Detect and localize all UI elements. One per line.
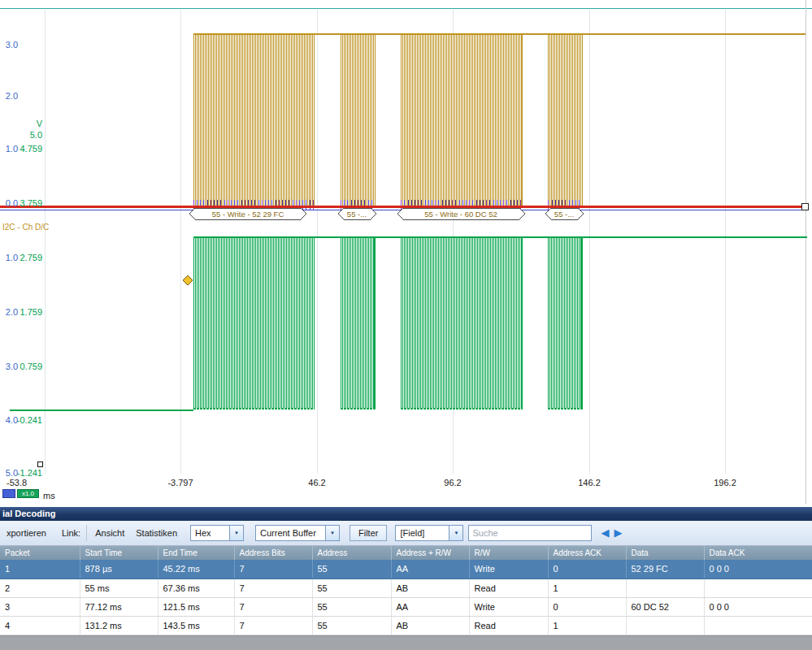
column-header[interactable]: Address + R/W [391, 546, 469, 560]
buffer-select-value: Current Buffer [256, 528, 325, 538]
table-cell: Read [469, 578, 548, 597]
x-axis-label: 96.2 [444, 478, 461, 488]
waveform-display[interactable]: 55 - Write - 52 29 FC 55 -... 55 - Write… [0, 0, 812, 507]
view-button[interactable]: Ansicht [90, 526, 129, 540]
y-axis-label-green: 2.759 [0, 253, 42, 262]
table-cell: AB [391, 616, 469, 635]
column-header[interactable]: End Time [158, 546, 234, 560]
table-cell: AB [391, 578, 469, 597]
table-cell: 77.12 ms [80, 597, 158, 616]
chevron-down-icon[interactable]: ▼ [229, 526, 243, 540]
gold-trace-burst [549, 34, 582, 206]
decoding-toolbar: xportieren Link: Ansicht Statistiken Hex… [0, 521, 812, 546]
table-cell: 7 [234, 616, 312, 635]
y-axis-label-green: -0.241 [0, 415, 42, 425]
green-trace-burst [549, 237, 582, 409]
column-header[interactable]: Data [626, 546, 704, 560]
gold-trace-burst [193, 34, 315, 206]
table-cell: 55 [312, 597, 391, 616]
x-axis-label: 196.2 [714, 478, 736, 488]
threshold-handle[interactable] [801, 203, 808, 210]
buffer-select[interactable]: Current Buffer ▼ [255, 525, 340, 541]
table-cell [704, 578, 812, 597]
column-header[interactable]: Address [312, 546, 391, 560]
table-cell: 67.36 ms [158, 578, 234, 597]
table-cell: 55 ms [80, 578, 158, 597]
field-select[interactable]: [Field] ▼ [395, 525, 463, 541]
table-cell: 1 [0, 560, 80, 578]
table-cell: 52 29 FC [626, 560, 704, 578]
chevron-down-icon[interactable]: ▼ [449, 526, 462, 540]
table-cell: 45.22 ms [158, 560, 234, 578]
table-cell: 121.5 ms [158, 597, 234, 616]
table-cell: 1 [548, 578, 626, 597]
column-header[interactable]: Start Time [80, 546, 158, 560]
table-cell: 55 [312, 578, 391, 597]
table-row[interactable]: 4131.2 ms143.5 ms755ABRead1 [0, 616, 812, 635]
decode-bubble-label: 55 -... [554, 210, 574, 219]
column-header[interactable]: R/W [469, 546, 548, 560]
table-row[interactable]: 255 ms67.36 ms755ABRead1 [0, 578, 812, 597]
format-select[interactable]: Hex ▼ [190, 525, 244, 541]
scope-chart-area[interactable]: 55 - Write - 52 29 FC 55 -... 55 - Write… [0, 0, 812, 507]
export-button[interactable]: xportieren [2, 526, 51, 540]
channel-label: I2C - Ch D/C [2, 223, 49, 232]
search-input[interactable] [468, 525, 592, 541]
table-cell: 7 [234, 560, 312, 578]
channel-b-scale-badge[interactable]: x1.0 [17, 489, 39, 498]
table-cell: 7 [234, 578, 312, 597]
y-axis-label-green: 4.759 [0, 144, 42, 154]
table-cell: 2 [0, 578, 80, 597]
next-arrow-icon[interactable]: ▶ [611, 525, 624, 541]
axis-handle-square[interactable] [37, 462, 43, 467]
column-header[interactable]: Data ACK [704, 546, 812, 560]
green-trace-burst [193, 237, 315, 409]
column-header[interactable]: Address ACK [548, 546, 626, 560]
y-axis-unit-green: V [0, 119, 42, 128]
y-axis-label-green: 3.759 [0, 198, 42, 208]
filter-button[interactable]: Filter [350, 525, 387, 541]
decode-bubble-label: 55 - Write - 52 29 FC [212, 210, 284, 219]
marker-diamond-icon[interactable] [183, 275, 193, 285]
chevron-down-icon[interactable]: ▼ [325, 526, 339, 540]
x-axis-label: -3.797 [167, 478, 193, 488]
column-header[interactable]: Address Bits [234, 546, 312, 560]
table-cell: Read [469, 616, 548, 635]
statistics-button[interactable]: Statistiken [131, 526, 182, 540]
decode-bubble-label: 55 -... [347, 210, 367, 219]
table-cell: 55 [312, 616, 391, 635]
y-axis-label-blue: 3.0 [0, 40, 18, 50]
y-axis-label-green: 5.0 [0, 130, 42, 140]
x-axis-label: -53.8 [7, 478, 27, 488]
table-cell [626, 578, 704, 597]
channel-a-scale-badge[interactable] [2, 489, 15, 498]
column-header[interactable]: Packet [0, 546, 80, 560]
table-cell: 60 DC 52 [626, 597, 704, 616]
serial-decoding-panel: ial Decoding xportieren Link: Ansicht St… [0, 507, 812, 650]
format-select-value: Hex [191, 528, 229, 538]
table-cell: 0 [548, 560, 626, 578]
table-cell: 0 0 0 [704, 597, 812, 616]
gold-trace-burst [402, 34, 523, 206]
x-axis-label: 46.2 [308, 478, 325, 488]
panel-title: ial Decoding [0, 507, 812, 521]
green-trace-burst [402, 237, 523, 409]
y-axis-label-green: -1.241 [0, 468, 42, 478]
y-axis-label-green: 1.759 [0, 307, 42, 317]
table-cell [626, 616, 704, 635]
field-select-value: [Field] [396, 528, 449, 538]
table-cell: 0 0 0 [704, 560, 812, 578]
previous-arrow-icon[interactable]: ◀ [598, 525, 611, 541]
panel-footer [0, 635, 812, 650]
table-cell: AA [391, 560, 469, 578]
toolbar-separator [86, 525, 87, 541]
table-cell: Write [469, 560, 548, 578]
gold-trace-burst [341, 34, 375, 206]
table-header-row: PacketStart TimeEnd TimeAddress BitsAddr… [0, 546, 812, 560]
x-axis-label: 146.2 [578, 478, 601, 488]
table-row[interactable]: 377.12 ms121.5 ms755AAWrite060 DC 520 0 … [0, 597, 812, 616]
table-cell: Write [469, 597, 548, 616]
table-cell: 143.5 ms [158, 616, 234, 635]
decode-table: PacketStart TimeEnd TimeAddress BitsAddr… [0, 546, 812, 635]
table-row[interactable]: 1878 µs45.22 ms755AAWrite052 29 FC0 0 0 [0, 560, 812, 578]
